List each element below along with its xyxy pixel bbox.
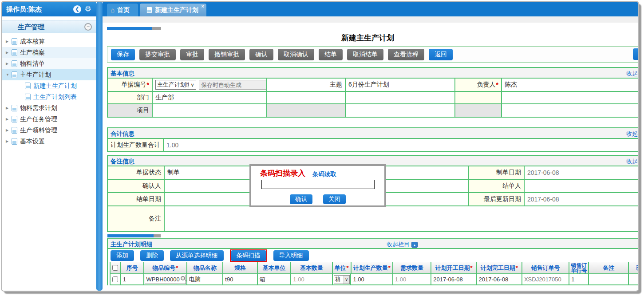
field-label: 确认人 [108,180,165,193]
cell-remark[interactable] [589,274,629,285]
panel-title: 生产管理 [18,23,44,31]
barcode-scan-highlight: 条码扫描 [230,249,267,262]
cell-item-name[interactable]: 电脑 [187,274,223,285]
sidebar-item-production-archives[interactable]: ▶ 生产档案 [2,47,96,58]
tree-arrow-icon[interactable]: ▶ [6,128,10,132]
tree-arrow-icon[interactable]: ▶ [6,117,10,121]
bill-no-type-select[interactable]: 主生产计划编号 ∨ [155,80,196,90]
owner-value[interactable]: 陈杰 [502,79,639,92]
cancel-confirm-button[interactable]: 取消确认 [278,49,314,60]
save-button[interactable]: 保存 [111,49,135,60]
scrollbar-thumb[interactable] [152,27,161,30]
cell-item-code: WPBH00000 [144,274,187,285]
collapse-section-link[interactable]: 收起栏目 [626,158,639,166]
panel-collapse-icon[interactable]: − [84,23,92,31]
barcode-scan-button[interactable]: 条码扫描 [231,250,266,261]
sidebar-item-bom[interactable]: ▶ 物料清单 [2,58,96,69]
close-bill-button[interactable]: 结单 [319,49,343,60]
sidebar-splitter[interactable] [96,2,103,291]
remark-value[interactable] [165,206,639,231]
cell-finish-date[interactable]: 2017-06-08 [477,274,522,285]
col-header: 序号 [121,262,144,274]
select-from-source-button[interactable]: 从源单选择明细 [170,250,224,261]
horizontal-scrollbar-detail[interactable] [107,234,161,237]
field-label: 计划生产数量合计 [108,139,164,151]
sidebar-item-master-plan-list[interactable]: 主生产计划列表 [2,91,96,103]
dialog-confirm-button[interactable]: 确认 [290,194,312,204]
bill-no-input[interactable] [199,80,266,90]
sidebar-item-label: 生产档案 [20,49,45,57]
cell-spec[interactable]: t90 [223,274,258,285]
collapse-section-link[interactable]: 收起栏目 [626,130,639,138]
col-header: 物品编号* [144,262,187,274]
tree-arrow-icon[interactable]: ▶ [6,106,10,110]
import-detail-button[interactable]: 导入明细 [273,250,309,261]
detail-toolbar: 添加 删除 从源单选择明细 条码扫描 导入明细 [108,249,639,262]
unit-select[interactable]: 箱 ∨ [334,275,350,284]
submit-approval-button[interactable]: 提交审批 [139,49,176,60]
sidebar-item-mrp[interactable]: ▶ 物料需求计划 [2,103,96,114]
row-checkbox[interactable] [112,276,118,282]
add-row-button[interactable]: 添加 [111,250,134,261]
scrollbar-filled[interactable] [107,27,152,30]
sidebar-item-production-task[interactable]: ▶ 生产任务管理 [2,114,96,125]
sidebar-item-master-production-plan[interactable]: ▼ 主生产计划 [2,69,96,80]
section-header: 主生产计划明细 收起栏目▴ [108,239,639,249]
cell-unit: 箱 ∨ [333,274,352,285]
collapse-section-link[interactable]: 收起栏目 [626,70,639,78]
tree-arrow-icon[interactable]: ▶ [6,62,10,66]
close-icon[interactable]: × [201,4,204,9]
col-header: 计划完工日期* [477,262,522,274]
approve-button[interactable]: 审批 [180,49,204,60]
collapse-section-link[interactable]: 收起栏目▴ [387,241,418,249]
document-icon [146,7,152,13]
project-value[interactable] [153,104,267,117]
collapse-sidebar-icon[interactable]: ❮ [73,5,81,13]
dialog-close-button[interactable]: 关闭 [323,194,346,204]
sidebar-item-new-master-plan[interactable]: 新建主生产计划 [2,80,96,91]
cell-extra [629,274,639,285]
table-header-row: 序号 物品编号* 物品名称 规格 基本单位 基本数量 单位* 计划生产数量* 需… [110,262,639,274]
scrollbar-thumb[interactable] [154,234,161,237]
delete-row-button[interactable]: 删除 [140,250,164,261]
sidebar: 操作员:陈杰 ❮ ⚙ 生产管理 − ▶ 成本核算 ▶ 生产档案 ▶ 物料清单 [2,2,96,291]
barcode-scan-dialog: 条码扫描录入 条码读取 确认 关闭 [249,164,386,207]
sidebar-item-basic-settings[interactable]: ▶ 基本设置 [2,136,96,147]
tree-arrow-icon[interactable]: ▼ [6,73,10,77]
sidebar-item-label: 生产领料管理 [20,126,57,134]
magnifier-icon[interactable] [181,276,185,280]
sidebar-item-material-requisition[interactable]: ▶ 生产领料管理 [2,125,96,136]
cell-plan-qty[interactable]: 1.00 [351,274,393,285]
cell-start-date[interactable]: 2017-06-08 [431,274,477,285]
barcode-input[interactable] [261,180,375,189]
cell-base-qty: 1.00 [291,274,332,285]
subject-value[interactable]: 6月份生产计划 [346,79,455,92]
field-label: 最后更新日期 [469,193,525,206]
sidebar-item-cost-accounting[interactable]: ▶ 成本核算 [2,36,96,47]
col-header: 需求数量 [393,262,431,274]
revoke-approval-button[interactable]: 撤销审批 [209,49,245,60]
tree-arrow-icon[interactable]: ▶ [6,139,10,143]
tab-home[interactable]: ⌂ 首页 [107,4,138,16]
field-label: 制单日期 [469,166,525,180]
dept-value[interactable]: 生产部 [153,92,267,104]
collapse-up-icon[interactable]: ▴ [411,242,418,248]
tab-bar: ⌂ 首页 新建主生产计划 × [103,2,638,16]
horizontal-scrollbar-top[interactable] [107,27,161,30]
col-header: 规格 [223,262,258,274]
tree-arrow-icon[interactable]: ▶ [6,51,10,55]
tree-arrow-icon[interactable]: ▶ [6,39,10,43]
item-code-input[interactable]: WPBH00000 [145,275,186,284]
scrollbar-filled[interactable] [107,234,154,237]
sidebar-panel-header[interactable]: 生产管理 − [2,20,96,33]
confirm-button[interactable]: 确认 [249,49,273,60]
sidebar-item-label: 物料需求计划 [20,104,57,112]
cancel-close-bill-button[interactable]: 取消结单 [347,49,383,60]
gear-icon[interactable]: ⚙ [84,5,92,13]
view-flow-button[interactable]: 查看流程 [388,49,424,60]
print-button-partial[interactable]: 打 [633,48,639,60]
cell-base-unit[interactable]: 箱 [258,274,292,285]
tab-new-master-plan[interactable]: 新建主生产计划 × [140,4,206,16]
select-all-checkbox[interactable] [112,265,118,271]
return-button[interactable]: 返回 [429,49,453,60]
